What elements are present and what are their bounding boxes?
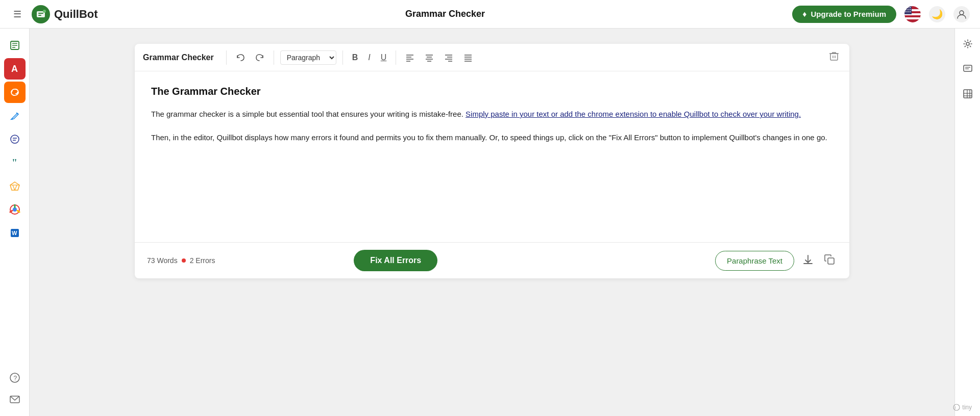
copy-button[interactable] <box>822 252 837 270</box>
header: ☰ QuillBot Grammar Checker ♦ Upgrade to … <box>0 0 980 29</box>
sidebar-item-paraphraser[interactable] <box>4 82 26 103</box>
user-profile-button[interactable] <box>953 6 970 22</box>
svg-point-63 <box>966 42 969 45</box>
svg-point-3 <box>43 10 46 13</box>
align-left-button[interactable] <box>402 51 418 64</box>
word-count: 73 Words 2 Errors <box>147 256 215 265</box>
word-count-value: 73 Words <box>147 256 178 265</box>
svg-marker-28 <box>10 182 19 190</box>
svg-text:?: ? <box>13 375 17 382</box>
toolbar-divider4 <box>396 50 396 65</box>
error-count-value: 2 Errors <box>190 256 215 265</box>
editor-footer: 73 Words 2 Errors Fix All Errors Paraphr… <box>135 242 849 278</box>
sidebar-item-writer[interactable] <box>4 105 26 126</box>
svg-point-14 <box>910 9 911 10</box>
tiny-watermark: t tiny <box>953 404 954 411</box>
svg-rect-67 <box>964 90 972 98</box>
left-sidebar: A " <box>0 29 30 416</box>
paragraph1-text: The grammar checker is a simple but esse… <box>151 110 465 118</box>
content-heading: The Grammar Checker <box>151 86 833 97</box>
logo: QuillBot <box>32 5 98 23</box>
editor-content[interactable]: The Grammar Checker The grammar checker … <box>135 71 849 242</box>
main-content: Grammar Checker Paragraph <box>30 29 954 416</box>
svg-rect-55 <box>830 54 838 60</box>
upgrade-label: Upgrade to Premium <box>811 10 886 18</box>
fix-all-errors-button[interactable]: Fix All Errors <box>354 250 437 271</box>
diamond-icon: ♦ <box>802 10 806 19</box>
svg-point-15 <box>905 11 906 12</box>
svg-point-16 <box>908 11 909 12</box>
sidebar-item-help[interactable]: ? <box>4 367 26 388</box>
align-justify-button[interactable] <box>460 51 476 64</box>
svg-point-9 <box>905 7 906 8</box>
right-sidebar <box>954 29 980 416</box>
svg-rect-7 <box>904 17 921 19</box>
delete-button[interactable] <box>827 49 841 66</box>
sidebar-item-citation[interactable]: " <box>4 152 26 173</box>
svg-rect-1 <box>38 13 43 14</box>
svg-point-12 <box>905 9 906 10</box>
sidebar-item-grammar[interactable]: A <box>4 58 26 80</box>
footer-right: Paraphrase Text <box>715 251 837 271</box>
grammar-icon: A <box>11 64 18 74</box>
comments-button[interactable] <box>959 60 977 81</box>
main-layout: A " <box>0 29 980 416</box>
redo-button[interactable] <box>252 51 267 64</box>
header-right: ♦ Upgrade to Premium 🌙 <box>792 6 970 23</box>
svg-point-13 <box>908 9 909 10</box>
toolbar-divider2 <box>274 50 274 65</box>
content-paragraph1: The grammar checker is a simple but esse… <box>151 108 833 121</box>
sidebar-item-summarizer[interactable] <box>4 35 26 56</box>
download-button[interactable] <box>800 252 816 270</box>
page-title: Grammar Checker <box>405 9 485 19</box>
sidebar-item-chrome[interactable] <box>4 199 26 220</box>
svg-point-18 <box>960 11 964 15</box>
svg-rect-2 <box>38 15 41 16</box>
svg-point-25 <box>11 135 19 143</box>
header-left: ☰ QuillBot <box>10 5 98 23</box>
content-paragraph2: Then, in the editor, Quillbot displays h… <box>151 131 833 144</box>
language-flag[interactable] <box>904 6 921 22</box>
chrome-extension-link[interactable]: Simply paste in your text or add the chr… <box>465 110 801 118</box>
svg-point-11 <box>910 7 911 8</box>
svg-line-30 <box>13 185 15 190</box>
settings-button[interactable] <box>959 35 977 56</box>
align-right-button[interactable] <box>441 51 456 64</box>
svg-text:W: W <box>12 230 17 236</box>
svg-point-61 <box>953 404 954 410</box>
sidebar-item-mail[interactable] <box>4 388 26 410</box>
toolbar-divider3 <box>342 50 343 65</box>
sidebar-item-premium[interactable] <box>4 175 26 197</box>
upgrade-button[interactable]: ♦ Upgrade to Premium <box>792 6 896 23</box>
svg-point-10 <box>908 7 909 8</box>
paragraph-select[interactable]: Paragraph Heading 1 Heading 2 <box>280 50 336 65</box>
menu-button[interactable]: ☰ <box>10 7 24 22</box>
align-center-button[interactable] <box>422 51 437 64</box>
svg-rect-64 <box>964 65 972 71</box>
table-button[interactable] <box>959 85 977 106</box>
editor-title: Grammar Checker <box>143 53 214 62</box>
error-dot-indicator <box>182 258 186 263</box>
dark-mode-button[interactable]: 🌙 <box>929 6 945 22</box>
quote-icon: " <box>12 156 17 169</box>
sidebar-item-word[interactable]: W <box>4 222 26 244</box>
bold-button[interactable]: B <box>349 51 361 64</box>
undo-button[interactable] <box>233 51 248 64</box>
paraphrase-text-button[interactable]: Paraphrase Text <box>715 251 794 271</box>
editor-toolbar: Grammar Checker Paragraph <box>135 44 849 71</box>
toolbar-divider <box>226 50 227 65</box>
sidebar-item-summarizer2[interactable] <box>4 128 26 150</box>
sidebar-bottom: ? <box>4 367 26 410</box>
editor-panel: Grammar Checker Paragraph <box>135 44 849 278</box>
svg-rect-60 <box>828 258 834 264</box>
logo-icon <box>32 5 50 23</box>
svg-line-31 <box>15 185 17 190</box>
underline-button[interactable]: U <box>378 51 390 64</box>
logo-text: QuillBot <box>54 8 98 21</box>
svg-point-17 <box>910 11 911 12</box>
italic-button[interactable]: I <box>365 51 373 64</box>
toolbar-right <box>827 49 841 66</box>
